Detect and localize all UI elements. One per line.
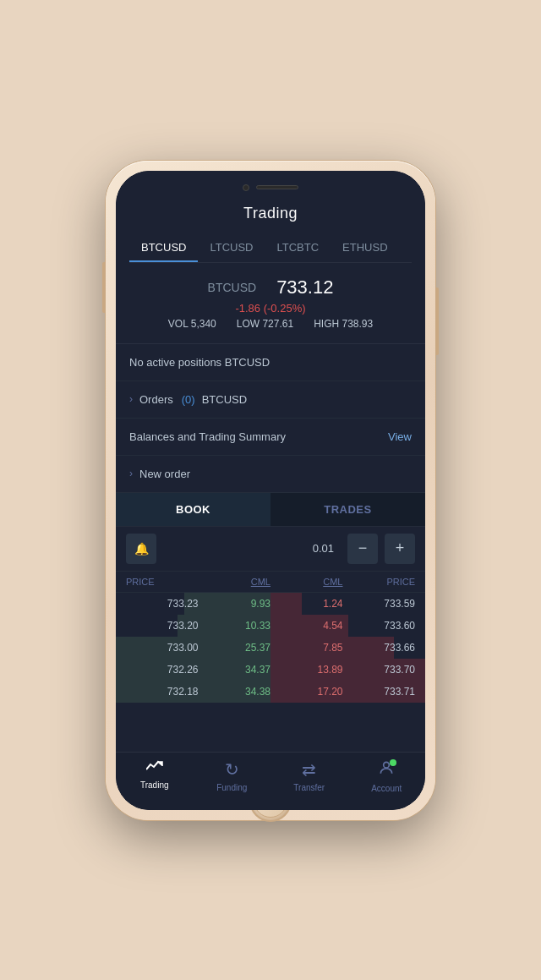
buy-cml-4: 13.89 [270, 664, 343, 676]
price-section: BTCUSD 733.12 -1.86 (-0.25%) VOL 5,340 L… [116, 263, 425, 344]
order-book: 733.23 9.93 1.24 733.59 733.20 10.33 4.5… [116, 593, 425, 752]
account-icon-wrapper [378, 759, 395, 780]
controls-row: 🔔 0.01 − + [116, 527, 425, 572]
sell-cml-1: 9.93 [199, 598, 271, 610]
buy-cml-1: 1.24 [270, 598, 343, 610]
svg-point-0 [384, 762, 390, 768]
table-row: 733.23 9.93 1.24 733.59 [116, 593, 425, 615]
buy-cml-5: 17.20 [270, 686, 343, 698]
new-order-label: New order [139, 468, 190, 480]
balances-row: Balances and Trading Summary View [116, 419, 425, 456]
pair-label: BTCUSD [208, 281, 257, 294]
trading-icon [146, 759, 163, 777]
sell-cml-5: 34.38 [199, 686, 271, 698]
balances-label: Balances and Trading Summary [129, 430, 286, 443]
nav-funding[interactable]: ↻ Funding [194, 759, 271, 793]
increase-button[interactable]: + [385, 534, 415, 564]
high-label: HIGH [314, 318, 339, 330]
tab-ltcbtc[interactable]: LTCBTC [265, 233, 331, 262]
orders-chevron: › [129, 393, 133, 405]
trading-label: Trading [140, 780, 169, 790]
sell-price-3: 733.00 [126, 642, 199, 654]
volume-button [102, 262, 106, 313]
transfer-label: Transfer [293, 783, 325, 792]
buy-cml-3: 7.85 [270, 642, 343, 654]
buy-price-2: 733.60 [343, 620, 416, 632]
price-change: -1.86 (-0.25%) [129, 302, 412, 315]
low-value: 727.61 [262, 318, 293, 330]
camera [243, 184, 249, 191]
sell-cml-3: 25.37 [199, 642, 271, 654]
vol-value: 5,340 [191, 318, 216, 330]
phone-body: Trading BTCUSD LTCUSD LTCBTC ETHUSD ETHB… [106, 161, 435, 820]
phone-screen: Trading BTCUSD LTCUSD LTCBTC ETHUSD ETHB… [116, 171, 425, 810]
funding-icon: ↻ [225, 759, 239, 780]
sell-cml-4: 34.37 [199, 664, 271, 676]
table-row: 733.20 10.33 4.54 733.60 [116, 615, 425, 637]
new-order-chevron: › [129, 468, 133, 479]
sell-price-4: 732.26 [126, 664, 199, 676]
nav-trading[interactable]: Trading [116, 759, 194, 793]
header-sell-cml: CML [199, 577, 271, 587]
transfer-icon: ⇄ [302, 759, 316, 780]
app-container: Trading BTCUSD LTCUSD LTCBTC ETHUSD ETHB… [116, 171, 425, 810]
bell-button[interactable]: 🔔 [126, 534, 156, 564]
low-label: LOW [237, 318, 260, 330]
decrease-button[interactable]: − [347, 534, 378, 564]
orders-label: Orders [139, 393, 173, 406]
current-price: 733.12 [276, 276, 333, 298]
bottom-nav: Trading ↻ Funding ⇄ Transfer [116, 752, 425, 810]
header-sell-price: PRICE [126, 577, 199, 587]
power-button [435, 287, 439, 355]
tab-trades[interactable]: TRADES [270, 493, 425, 526]
buy-price-4: 733.70 [343, 664, 416, 676]
pair-tab-bar: BTCUSD LTCUSD LTCBTC ETHUSD ETHBTC ETCBT [129, 233, 412, 263]
sell-price-2: 733.20 [126, 620, 199, 632]
positions-row: No active positions BTCUSD [116, 344, 425, 381]
tab-btcusd[interactable]: BTCUSD [129, 233, 198, 262]
sell-price-1: 733.23 [126, 598, 199, 610]
sell-price-5: 732.18 [126, 686, 199, 698]
account-label: Account [371, 784, 402, 793]
high-detail: HIGH 738.93 [314, 318, 373, 330]
header-buy-price: PRICE [343, 577, 416, 587]
tab-ltcusd[interactable]: LTCUSD [198, 233, 265, 262]
orders-pair: BTCUSD [202, 393, 247, 406]
header-buy-cml: CML [270, 577, 343, 587]
funding-label: Funding [216, 783, 247, 792]
low-detail: LOW 727.61 [237, 318, 293, 330]
view-link[interactable]: View [388, 430, 412, 443]
vol-detail: VOL 5,340 [168, 318, 216, 330]
book-trades-tab-bar: BOOK TRADES [116, 493, 425, 527]
online-status-dot [390, 759, 396, 766]
tab-book[interactable]: BOOK [116, 493, 270, 526]
app-title: Trading [129, 205, 412, 222]
vol-label: VOL [168, 318, 189, 330]
table-row: 732.18 34.38 17.20 733.71 [116, 681, 425, 703]
high-value: 738.93 [342, 318, 373, 330]
book-header: PRICE CML CML PRICE [116, 572, 425, 593]
bell-icon: 🔔 [134, 542, 149, 556]
table-row: 733.00 25.37 7.85 733.66 [116, 637, 425, 659]
nav-account[interactable]: Account [348, 759, 426, 793]
positions-text: No active positions BTCUSD [129, 356, 270, 369]
nav-transfer[interactable]: ⇄ Transfer [270, 759, 348, 793]
buy-price-3: 733.66 [343, 642, 416, 654]
buy-cml-2: 4.54 [270, 620, 343, 632]
new-order-row[interactable]: › New order [116, 456, 425, 493]
speaker [256, 185, 298, 189]
buy-price-1: 733.59 [343, 598, 416, 610]
orders-count: (0) [182, 393, 195, 406]
tab-ethusd[interactable]: ETHUSD [331, 233, 399, 262]
table-row: 732.26 34.37 13.89 733.70 [116, 659, 425, 681]
lot-value: 0.01 [306, 542, 341, 555]
tab-ethbtc[interactable]: ETHBTC [400, 233, 412, 262]
buy-price-5: 733.71 [343, 686, 416, 698]
orders-row[interactable]: › Orders (0) BTCUSD [116, 381, 425, 419]
sell-cml-2: 10.33 [199, 620, 271, 632]
phone-frame: Trading BTCUSD LTCUSD LTCBTC ETHUSD ETHB… [0, 0, 541, 980]
